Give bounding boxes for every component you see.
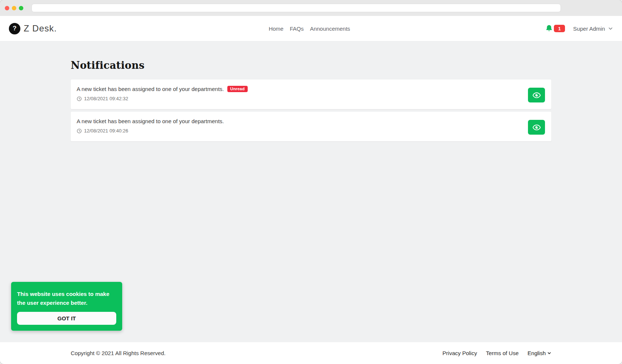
brand-logo[interactable]: ? Z Desk. [9,23,57,34]
notification-row: A new ticket has been assigned to one of… [71,80,551,109]
language-label: English [528,350,546,356]
chevron-down-icon [547,351,551,355]
cookie-accept-button[interactable]: GOT IT [17,312,116,325]
nav-item-home[interactable]: Home [269,26,284,32]
user-menu[interactable]: Super Admin [573,26,613,32]
terms-of-use-link[interactable]: Terms of Use [486,350,518,356]
notification-timestamp: 12/08/2021 09:42:32 [84,96,128,101]
eye-icon [532,92,541,98]
clock-icon [77,128,82,134]
clock-icon [77,96,82,101]
cookie-consent-banner: This website uses cookies to make the us… [11,282,122,331]
copyright-text: Copyright © 2021 All Rights Reserved. [71,350,165,356]
nav-item-announcements[interactable]: Announcements [310,26,350,32]
window-controls [5,6,23,10]
bell-icon [545,24,553,33]
minimize-window-button[interactable] [12,6,16,10]
main-nav: Home FAQs Announcements [269,26,350,32]
view-notification-button[interactable] [528,88,545,102]
app-header: ? Z Desk. Home FAQs Announcements 1 Supe… [0,16,622,41]
nav-item-faqs[interactable]: FAQs [290,26,304,32]
language-selector[interactable]: English [528,350,551,356]
main-content: Notifications A new ticket has been assi… [0,41,622,342]
view-notification-button[interactable] [528,120,545,135]
notification-timestamp: 12/08/2021 09:40:26 [84,128,128,134]
unread-badge: Unread [227,86,248,92]
maximize-window-button[interactable] [19,6,23,10]
question-mark-logo-icon: ? [9,23,20,34]
notifications-bell[interactable]: 1 [545,24,565,33]
brand-name: Z Desk. [24,23,57,34]
chevron-down-icon [608,26,613,31]
user-menu-label: Super Admin [573,26,605,32]
close-window-button[interactable] [5,6,9,10]
notification-message: A new ticket has been assigned to one of… [77,86,224,92]
privacy-policy-link[interactable]: Privacy Policy [442,350,477,356]
notification-message: A new ticket has been assigned to one of… [77,118,224,124]
cookie-message: This website uses cookies to make the us… [17,290,116,307]
notification-count-badge: 1 [554,25,565,32]
notification-row: A new ticket has been assigned to one of… [71,112,551,141]
header-right: 1 Super Admin [545,24,613,33]
url-bar[interactable] [31,4,561,12]
browser-window: ? Z Desk. Home FAQs Announcements 1 Supe… [0,0,622,364]
browser-chrome [0,0,622,16]
page-footer: Copyright © 2021 All Rights Reserved. Pr… [0,342,622,364]
eye-icon [532,124,541,131]
page-title: Notifications [71,41,551,71]
footer-links: Privacy Policy Terms of Use English [442,350,551,356]
